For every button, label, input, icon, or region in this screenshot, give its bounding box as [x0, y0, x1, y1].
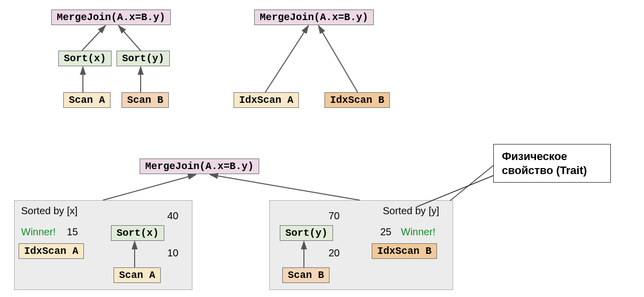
winner-label-y: Winner!: [401, 226, 436, 238]
svg-line-0: [82, 26, 105, 51]
idxscan-b-node-2: IdxScan B: [372, 243, 437, 259]
winner-label-x: Winner!: [21, 226, 56, 238]
svg-line-1: [119, 26, 141, 51]
scan-a-node-2: Scan A: [114, 267, 161, 283]
svg-line-7: [210, 175, 360, 200]
sort-cost-y: 70: [329, 210, 340, 222]
winner-cost-y: 25: [380, 226, 391, 238]
sort-y-node: Sort(y): [117, 51, 170, 66]
svg-line-5: [318, 26, 358, 92]
idxscan-a-node-2: IdxScan A: [19, 243, 84, 259]
group-header-y: Sorted by [y]: [383, 205, 439, 217]
group-header-x: Sorted by [x]: [21, 205, 77, 217]
merge-join-node-2: MergeJoin(A.x=B.y): [254, 10, 374, 25]
winner-cost-x: 15: [67, 226, 78, 238]
svg-line-6: [103, 175, 196, 200]
merge-join-node: MergeJoin(A.x=B.y): [51, 10, 171, 25]
scan-b-node-2: Scan B: [282, 267, 330, 283]
scan-cost-y: 20: [329, 247, 340, 259]
scan-b-node: Scan B: [122, 92, 169, 108]
scan-cost-x: 10: [167, 247, 178, 259]
svg-line-4: [265, 26, 308, 92]
svg-line-11: [450, 166, 493, 201]
sort-x-node: Sort(x): [58, 51, 112, 66]
sort-y-node-2: Sort(y): [280, 225, 333, 241]
idxscan-b-node: IdxScan B: [325, 92, 390, 108]
scan-a-node: Scan A: [63, 92, 111, 108]
sort-cost-x: 40: [167, 210, 178, 222]
trait-callout: Физическое свойство (Trait): [493, 144, 611, 183]
sort-x-node-2: Sort(x): [111, 225, 164, 241]
idxscan-a-node: IdxScan A: [234, 92, 299, 108]
merge-join-node-3: MergeJoin(A.x=B.y): [140, 159, 259, 174]
